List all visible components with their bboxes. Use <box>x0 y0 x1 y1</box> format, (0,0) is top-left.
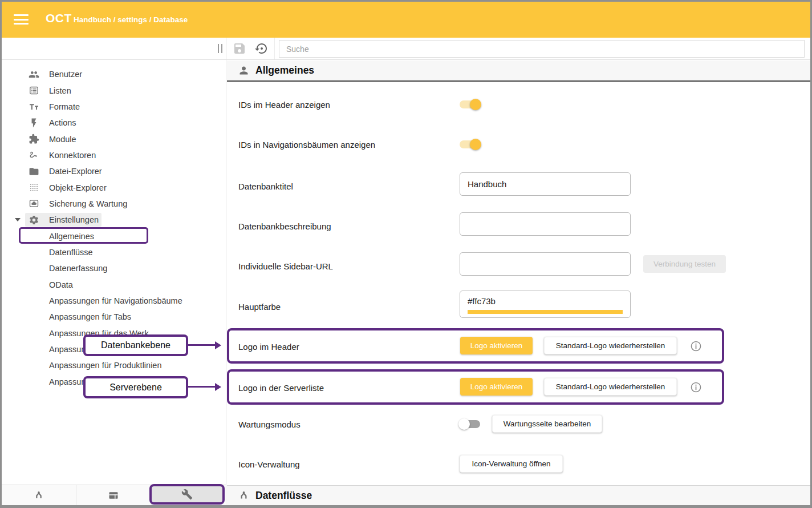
sidebar-item-actions[interactable]: Actions <box>2 115 226 131</box>
toolbar-left-pane <box>2 38 226 59</box>
info-icon[interactable] <box>690 381 702 393</box>
restore-default-logo-serverlist-button[interactable]: Standard-Logo wiederherstellen <box>544 378 677 396</box>
sidebar-item-datei-explorer[interactable]: Datei-Explorer <box>2 163 226 179</box>
app: OCT Handbuch / settings / Database Benut… <box>2 2 810 505</box>
color-value: #ffc73b <box>468 296 496 306</box>
flow-icon <box>33 490 44 501</box>
toggle-maintenance-mode[interactable] <box>460 420 480 428</box>
callout-datenbankebene: Datenbankebene <box>83 334 188 356</box>
sidebar: Benutzer Listen Formate Actions Module K <box>2 60 226 485</box>
sidebar-url-input[interactable] <box>460 252 631 276</box>
sidebar-item-listen[interactable]: Listen <box>2 82 226 98</box>
wrench-icon <box>181 489 193 500</box>
callout-arrow-datenbankebene <box>188 344 216 346</box>
sidebar-item-odata[interactable]: OData <box>2 276 226 292</box>
sidebar-item-sicherung-wartung[interactable]: Sicherung & Wartung <box>2 196 226 212</box>
save-icon[interactable] <box>233 42 246 55</box>
setting-label: Datenbankbeschreibung <box>238 221 331 231</box>
sidebar-item-einstellungen[interactable]: Einstellungen <box>2 212 226 228</box>
setting-label: Individuelle Sidebar-URL <box>238 261 333 271</box>
gear-icon <box>29 215 39 225</box>
list-icon <box>29 85 39 96</box>
window-frame: OCT Handbuch / settings / Database Benut… <box>0 0 812 508</box>
callout-serverebene: Serverebene <box>83 376 188 398</box>
toggle-ids-header[interactable] <box>460 100 480 108</box>
db-title-input[interactable] <box>460 172 631 196</box>
tab-settings-highlighted[interactable] <box>149 484 225 505</box>
restore-icon[interactable] <box>255 42 269 55</box>
connector-icon <box>29 150 39 160</box>
sidebar-item-datenerfassung[interactable]: Datenerfassung <box>2 260 226 276</box>
restore-default-logo-header-button[interactable]: Standard-Logo wiederherstellen <box>544 337 677 354</box>
info-icon[interactable] <box>690 340 702 352</box>
section-header-allgemeines: Allgemeines <box>227 61 810 82</box>
puzzle-icon <box>29 134 39 144</box>
sidebar-item-formate[interactable]: Formate <box>2 99 226 115</box>
toolbar-divider <box>274 38 275 59</box>
main-panel: Allgemeines IDs im Header anzeigen IDs i… <box>227 60 810 505</box>
open-icon-management-button[interactable]: Icon-Verwaltung öffnen <box>460 455 563 473</box>
section-title: Datenflüsse <box>255 490 312 502</box>
setting-label: Logo in der Serverliste <box>238 383 324 393</box>
sidebar-item-anpassungen-produktlinien[interactable]: Anpassungen für Produktlinien <box>2 357 226 373</box>
section-title: Allgemeines <box>255 64 314 76</box>
folder-icon <box>29 166 39 177</box>
breadcrumb: Handbuch / settings / Database <box>74 15 188 24</box>
test-connection-button[interactable]: Verbindung testen <box>643 255 726 273</box>
setting-label: IDs im Header anzeigen <box>238 100 330 110</box>
expand-caret-icon[interactable] <box>15 218 21 221</box>
search-input[interactable] <box>279 40 805 58</box>
flow-icon <box>238 490 250 502</box>
sidebar-item-objekt-explorer[interactable]: Objekt-Explorer <box>2 179 226 195</box>
window-icon <box>108 490 119 501</box>
users-icon <box>29 69 39 80</box>
main-color-input[interactable]: #ffc73b <box>460 291 631 318</box>
setting-label: IDs in Navigationsbäumen anzeigen <box>238 140 375 150</box>
sidebar-item-konnektoren[interactable]: Konnektoren <box>2 147 226 163</box>
sidebar-item-datenfluesse[interactable]: Datenflüsse <box>2 244 226 260</box>
sidebar-item-anpassungen-navigationsbaeume[interactable]: Anpassungen für Navigationsbäume <box>2 293 226 309</box>
text-format-icon <box>29 101 39 112</box>
tab-windows[interactable] <box>76 485 151 505</box>
color-swatch-bar <box>468 310 623 314</box>
menu-icon[interactable] <box>14 14 29 25</box>
callout-arrow-serverebene <box>188 386 216 388</box>
person-icon <box>238 64 250 76</box>
toolbar <box>2 38 810 60</box>
pane-splitter-handle[interactable] <box>218 44 222 53</box>
sidebar-item-module[interactable]: Module <box>2 131 226 147</box>
setting-label: Hauptfarbe <box>238 302 281 312</box>
sidebar-item-anpassungen-tabs[interactable]: Anpassungen für Tabs <box>2 309 226 325</box>
dots-grid-icon <box>29 182 39 193</box>
app-title: OCT <box>46 11 72 25</box>
tab-flows[interactable] <box>2 485 76 505</box>
setting-label: Wartungsmodus <box>238 420 301 429</box>
section-header-datenfluesse: Datenflüsse <box>227 485 810 505</box>
activate-logo-header-button[interactable]: Logo aktivieren <box>460 337 533 354</box>
backup-icon <box>29 198 39 209</box>
lightning-icon <box>29 118 39 128</box>
app-header: OCT Handbuch / settings / Database <box>2 2 810 38</box>
db-description-input[interactable] <box>460 212 631 236</box>
edit-maintenance-page-button[interactable]: Wartungsseite bearbeiten <box>492 415 602 433</box>
setting-label: Icon-Verwaltung <box>238 459 300 469</box>
setting-label: Datenbanktitel <box>238 182 293 191</box>
sidebar-item-allgemeines[interactable]: Allgemeines <box>2 228 226 244</box>
setting-label: Logo im Header <box>238 342 299 352</box>
toggle-ids-nav[interactable] <box>460 140 480 148</box>
activate-logo-serverlist-button[interactable]: Logo aktivieren <box>460 378 533 396</box>
sidebar-item-benutzer[interactable]: Benutzer <box>2 66 226 82</box>
